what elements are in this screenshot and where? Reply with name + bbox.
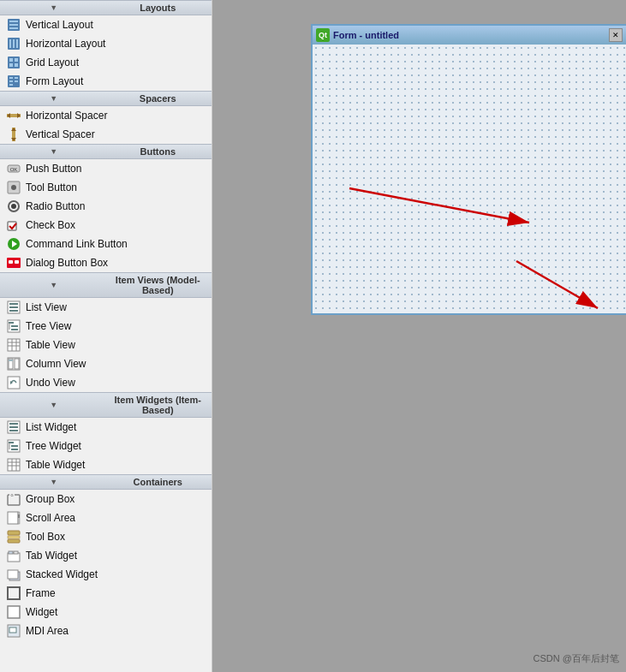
spacers-chevron: ▼ [3, 94, 104, 103]
svg-rect-59 [9, 426, 18, 428]
svg-rect-81 [9, 551, 13, 554]
buttons-items: OK Push Button Tool Button Radio Button … [0, 159, 212, 272]
svg-rect-16 [9, 80, 13, 82]
form-close-button[interactable]: ✕ [609, 28, 623, 42]
mdi-area-label: MDI Area [26, 625, 69, 637]
svg-rect-6 [13, 39, 15, 48]
horizontal-layout-icon [7, 37, 21, 51]
sidebar-item-column-view[interactable]: Column View [0, 354, 212, 373]
svg-marker-23 [11, 128, 16, 131]
radio-button-icon [7, 199, 21, 213]
sidebar-item-grid-layout[interactable]: Grid Layout [0, 53, 212, 72]
section-layouts[interactable]: ▼ Layouts [0, 0, 212, 15]
item-widgets-items: List Widget Tree Widget Table Widget [0, 418, 212, 474]
svg-marker-20 [7, 113, 10, 118]
layouts-items: Vertical Layout Horizontal Layout Grid L… [0, 15, 212, 91]
sidebar-item-table-widget[interactable]: Table Widget [0, 455, 212, 474]
frame-icon [7, 586, 21, 600]
widget-icon [7, 605, 21, 619]
svg-rect-58 [9, 423, 18, 425]
sidebar-item-mdi-area[interactable]: MDI Area [0, 621, 212, 640]
item-widgets-chevron: ▼ [3, 401, 104, 409]
dialog-button-box-icon [7, 256, 21, 270]
sidebar-item-horizontal-spacer[interactable]: Horizontal Spacer [0, 106, 212, 125]
section-containers[interactable]: ▼ Containers [0, 474, 212, 490]
sidebar-item-frame[interactable]: Frame [0, 584, 212, 603]
sidebar-item-table-view[interactable]: Table View [0, 336, 212, 354]
sidebar-item-stacked-widget[interactable]: Stacked Widget [0, 565, 212, 584]
svg-rect-12 [15, 63, 18, 67]
list-view-label: List View [26, 301, 67, 313]
sidebar-item-radio-button[interactable]: Radio Button [0, 197, 212, 216]
vertical-spacer-label: Vertical Spacer [26, 128, 95, 140]
svg-rect-74 [8, 512, 18, 524]
table-widget-label: Table Widget [26, 459, 85, 471]
sidebar-item-command-link-button[interactable]: Command Link Button [0, 235, 212, 253]
tree-view-label: Tree View [26, 320, 71, 332]
sidebar-item-tool-button[interactable]: Tool Button [0, 178, 212, 197]
svg-rect-84 [8, 570, 18, 579]
item-views-label: Item Views (Model-Based) [108, 275, 209, 295]
svg-rect-55 [8, 377, 20, 389]
item-widgets-label: Item Widgets (Item-Based) [108, 395, 209, 415]
vertical-layout-icon [7, 18, 21, 32]
sidebar-item-list-widget[interactable]: List Widget [0, 418, 212, 437]
push-button-label: Push Button [26, 163, 81, 175]
buttons-chevron: ▼ [3, 147, 104, 156]
svg-rect-18 [9, 84, 13, 86]
section-item-widgets[interactable]: ▼ Item Widgets (Item-Based) [0, 392, 212, 418]
sidebar-item-tab-widget[interactable]: Tab Widget [0, 546, 212, 565]
section-spacers[interactable]: ▼ Spacers [0, 91, 212, 106]
sidebar-item-vertical-layout[interactable]: Vertical Layout [0, 15, 212, 34]
stacked-widget-label: Stacked Widget [26, 568, 98, 580]
scroll-area-label: Scroll Area [26, 512, 75, 524]
tree-widget-icon [7, 439, 21, 453]
section-buttons[interactable]: ▼ Buttons [0, 144, 212, 159]
svg-rect-79 [8, 539, 20, 543]
sidebar-item-tool-box[interactable]: Tool Box [0, 527, 212, 546]
tree-widget-label: Tree Widget [26, 440, 81, 452]
svg-rect-10 [15, 58, 18, 62]
sidebar-item-tree-widget[interactable]: Tree Widget [0, 437, 212, 455]
svg-rect-9 [9, 58, 13, 62]
stacked-widget-icon [7, 568, 21, 581]
vertical-layout-label: Vertical Layout [26, 19, 93, 31]
svg-rect-35 [9, 260, 13, 264]
svg-marker-21 [17, 113, 21, 118]
sidebar-item-form-layout[interactable]: Form Layout [0, 72, 212, 91]
sidebar-item-list-view[interactable]: List View [0, 298, 212, 317]
sidebar-item-scroll-area[interactable]: Scroll Area [0, 508, 212, 527]
svg-rect-46 [8, 339, 20, 351]
tab-widget-label: Tab Widget [26, 550, 77, 562]
sidebar-item-check-box[interactable]: Check Box [0, 216, 212, 235]
mdi-area-icon [7, 624, 21, 638]
sidebar-item-push-button[interactable]: OK Push Button [0, 159, 212, 178]
column-view-icon [7, 357, 21, 371]
svg-rect-39 [9, 306, 18, 308]
sidebar-item-undo-view[interactable]: Undo View [0, 373, 212, 392]
list-view-icon [7, 300, 21, 314]
form-titlebar: Qt Form - untitled ✕ [313, 26, 626, 45]
svg-rect-88 [9, 627, 16, 633]
horizontal-spacer-label: Horizontal Spacer [26, 110, 107, 122]
sidebar-item-horizontal-layout[interactable]: Horizontal Layout [0, 34, 212, 53]
sidebar: ▼ Layouts Vertical Layout Horizontal Lay… [0, 0, 212, 672]
svg-rect-17 [15, 80, 18, 82]
radio-button-label: Radio Button [26, 200, 85, 212]
form-window[interactable]: Qt Form - untitled ✕ [311, 24, 626, 315]
tool-button-label: Tool Button [26, 181, 77, 193]
item-views-items: List View Tree View Table View Column Vi… [0, 298, 212, 392]
check-box-icon [7, 218, 21, 232]
form-body[interactable] [313, 45, 626, 313]
sidebar-item-group-box[interactable]: G Group Box [0, 490, 212, 508]
watermark: CSDN @百年后封笔 [534, 652, 619, 665]
sidebar-item-vertical-spacer[interactable]: Vertical Spacer [0, 125, 212, 144]
sidebar-item-widget[interactable]: Widget [0, 603, 212, 621]
table-view-label: Table View [26, 339, 75, 351]
svg-rect-36 [15, 260, 19, 264]
section-item-views[interactable]: ▼ Item Views (Model-Based) [0, 272, 212, 298]
containers-chevron: ▼ [3, 478, 104, 486]
sidebar-item-dialog-button-box[interactable]: Dialog Button Box [0, 253, 212, 272]
undo-view-icon [7, 376, 21, 390]
sidebar-item-tree-view[interactable]: Tree View [0, 317, 212, 336]
